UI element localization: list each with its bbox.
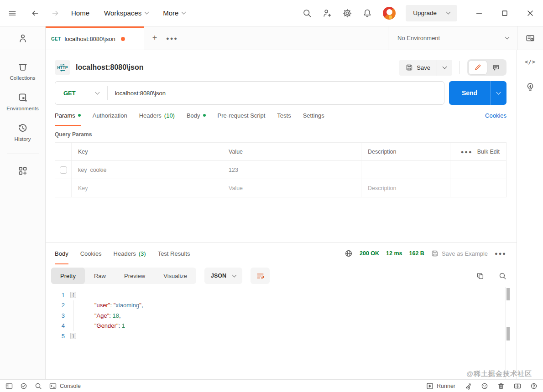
param-key-input[interactable] (78, 167, 215, 173)
params-options-button[interactable]: ●●● (461, 149, 473, 155)
nav-workspaces[interactable]: Workspaces (104, 9, 148, 17)
window-close-button[interactable] (527, 10, 534, 17)
response-tab-body[interactable]: Body (55, 242, 68, 264)
request-header: HTTP localhost:8080\json Save (55, 57, 506, 78)
view-preview[interactable]: Preview (115, 268, 154, 284)
response-tab-headers[interactable]: Headers(3) (114, 242, 146, 264)
save-as-example-button[interactable]: Save as Example (431, 250, 488, 257)
edit-mode-button[interactable] (469, 61, 487, 74)
param-value-input[interactable] (229, 185, 355, 191)
query-params-table: Key Value Description ●●● Bulk Edit (55, 142, 506, 197)
send-options-button[interactable] (490, 81, 506, 105)
tab-headers[interactable]: Headers(10) (139, 105, 175, 126)
response-body-editor[interactable]: 1 { 2 "user": "xiaoming", 3 (46, 287, 517, 379)
window-maximize-button[interactable] (501, 10, 508, 17)
param-description-input[interactable] (368, 185, 444, 191)
param-key-input[interactable] (78, 185, 215, 191)
settings-gear-icon[interactable] (343, 9, 352, 18)
window-minimize-button[interactable] (475, 10, 483, 17)
request-title: localhost:8080\json (76, 63, 144, 72)
user-profile-icon[interactable] (0, 26, 45, 50)
fold-toggle[interactable]: { (70, 292, 76, 298)
notifications-bell-icon[interactable] (363, 9, 372, 18)
wrap-lines-button[interactable] (251, 268, 270, 284)
comments-button[interactable] (487, 61, 505, 74)
tab-options-button[interactable]: ●●● (165, 26, 179, 50)
nav-home[interactable]: Home (71, 9, 89, 17)
status-check-icon[interactable] (20, 382, 27, 390)
bulk-edit-button[interactable]: Bulk Edit (477, 149, 500, 155)
hamburger-menu-icon[interactable] (8, 9, 16, 17)
network-globe-icon (345, 249, 353, 258)
search-response-button[interactable] (499, 272, 506, 280)
response-tabs-row: Body Cookies Headers(3) Test Results 200… (46, 242, 517, 264)
response-tab-cookies[interactable]: Cookies (80, 242, 102, 264)
titlebar: Home Workspaces More Upgrade (0, 0, 543, 26)
trash-button[interactable] (497, 382, 505, 390)
tab-settings[interactable]: Settings (303, 105, 324, 126)
send-button[interactable]: Send (449, 81, 490, 105)
table-row (55, 161, 506, 179)
code-line: 1 { (46, 290, 517, 300)
send-button-group: Send (449, 81, 506, 105)
response-time: 12 ms (386, 250, 402, 257)
row-checkbox[interactable] (60, 166, 67, 174)
environment-selector[interactable]: No Environment (388, 26, 517, 50)
cookies-link[interactable]: Cookies (485, 112, 506, 119)
view-raw[interactable]: Raw (85, 268, 115, 284)
fold-toggle[interactable]: } (70, 333, 76, 339)
help-button[interactable] (530, 382, 538, 390)
scrollbar-thumb[interactable] (506, 327, 510, 340)
runner-button[interactable]: Runner (426, 382, 455, 390)
response-tab-test-results[interactable]: Test Results (158, 242, 190, 264)
tips-lightbulb-button[interactable] (526, 83, 535, 92)
save-floppy-icon (406, 64, 413, 71)
view-mode-group: Pretty Raw Preview Visualize (51, 268, 196, 284)
environments-icon (18, 93, 28, 103)
column-header-key: Key (72, 143, 222, 160)
view-visualize[interactable]: Visualize (154, 268, 196, 284)
sidebar-item-history[interactable]: History (15, 123, 31, 142)
save-options-button[interactable] (437, 60, 452, 76)
sidebar-item-collections[interactable]: Collections (10, 62, 35, 81)
request-tab[interactable]: GET localhost:8080\json (46, 26, 144, 50)
code-snippet-button[interactable]: </> (525, 58, 535, 65)
param-value-input[interactable] (229, 167, 355, 173)
find-button[interactable] (35, 382, 42, 390)
back-arrow-icon[interactable] (31, 9, 39, 17)
param-description-input[interactable] (368, 167, 444, 173)
runner-play-icon (426, 382, 433, 390)
tab-pre-request-script[interactable]: Pre-request Script (218, 105, 266, 126)
forward-arrow-icon[interactable] (51, 9, 59, 17)
url-input[interactable] (108, 90, 444, 97)
view-pretty[interactable]: Pretty (51, 268, 85, 284)
copy-response-button[interactable] (476, 272, 484, 280)
status-code: 200 OK (360, 250, 379, 257)
format-selector[interactable]: JSON (204, 268, 242, 284)
scrollbar-thumb[interactable] (506, 288, 510, 300)
environment-quick-look-button[interactable] (517, 26, 543, 50)
toggle-sidebar-button[interactable] (5, 382, 13, 390)
upgrade-button[interactable]: Upgrade (406, 5, 457, 21)
capture-antenna-icon (465, 382, 472, 390)
tab-params[interactable]: Params (55, 105, 81, 126)
nav-more[interactable]: More (163, 9, 185, 17)
sidebar-item-environments[interactable]: Environments (6, 93, 38, 111)
save-button[interactable]: Save (399, 60, 437, 76)
tab-authorization[interactable]: Authorization (93, 105, 127, 126)
cookies-button[interactable] (481, 382, 488, 390)
tab-body[interactable]: Body (187, 105, 206, 126)
sidebar-add-module-icon[interactable] (18, 166, 28, 176)
invite-user-icon[interactable] (323, 9, 332, 18)
search-icon[interactable] (303, 9, 312, 18)
response-options-button[interactable]: ●●● (495, 251, 506, 256)
new-tab-button[interactable]: + (148, 26, 162, 50)
capture-requests-button[interactable] (465, 382, 472, 390)
chevron-down-icon (505, 35, 510, 40)
search-icon (499, 272, 506, 280)
console-button[interactable]: Console (49, 382, 81, 390)
split-panel-button[interactable] (514, 382, 521, 390)
tab-tests[interactable]: Tests (277, 105, 291, 126)
editor-scrollbar[interactable] (505, 287, 509, 379)
method-selector[interactable]: GET (55, 90, 107, 97)
